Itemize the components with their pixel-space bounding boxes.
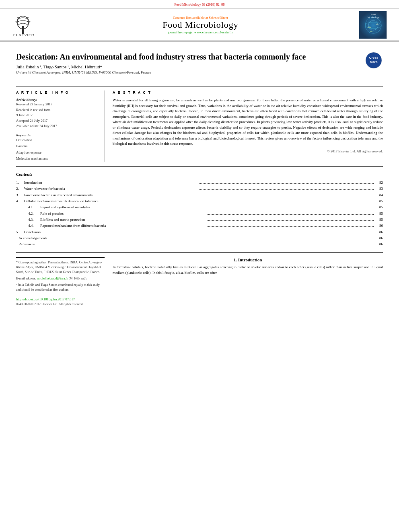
intro-section-title: 1. Introduction (113, 257, 383, 262)
item-num: 4.1. (28, 204, 40, 210)
bottom-two-col: * Corresponding author. Present address:… (16, 257, 383, 306)
keywords-label: Keywords: (16, 133, 98, 137)
revised-date: 9 June 2017 (16, 113, 98, 118)
introduction-column: 1. Introduction In terrestrial habitats,… (113, 257, 383, 306)
item-page: 85 (375, 217, 383, 223)
svg-point-16 (370, 31, 372, 32)
keywords-section: Keywords: Desiccation Bacteria Adaptive … (16, 133, 98, 162)
svg-point-15 (376, 24, 378, 25)
item-page: 85 (375, 204, 383, 210)
keyword-1: Desiccation (16, 137, 98, 143)
item-text: Import and synthesis of osmolytes (40, 204, 206, 210)
item-page: 86 (375, 229, 383, 235)
item-num: 4.2. (28, 211, 40, 217)
item-text: Foodborne bacteria in desiccated environ… (24, 192, 198, 198)
section-divider-2 (16, 252, 383, 253)
section-divider-1 (16, 166, 383, 167)
page: Food Microbiology 69 (2018) 82–88 (0, 0, 399, 532)
doi-section: http://dx.doi.org/10.1016/j.fm.2017.07.0… (16, 297, 105, 306)
list-item: Acknowledgements 86 (16, 235, 383, 241)
authors-line: Julia Esbelin ¹, Tiago Santos ¹, Michel … (16, 64, 306, 69)
issn-line: 0740-0020/© 2017 Elsevier Ltd. All right… (16, 302, 105, 306)
item-text: Reported mechanisms from different bacte… (40, 223, 206, 229)
journal-title-area: Contents lists available at ScienceDirec… (42, 16, 359, 34)
email-line: E-mail address: michel.hebraud@inra.fr (… (16, 276, 105, 281)
keyword-3: Adaptive response (16, 150, 98, 156)
crossmark-icon: Cross Mark (365, 51, 383, 70)
svg-point-4 (27, 17, 29, 18)
abstract-paragraph: Water is essential for all living organi… (113, 98, 383, 147)
item-dots (200, 196, 374, 196)
list-item: 5. Conclusion 86 (16, 229, 383, 235)
item-page: 82 (375, 180, 383, 186)
homepage-label: journal homepage: (168, 30, 194, 34)
svg-rect-0 (12, 13, 42, 35)
list-item: 4.3. Biofilms and matrix protection 85 (16, 217, 383, 223)
corresponding-author-note: * Corresponding author. Present address:… (16, 260, 105, 275)
accepted-date: Accepted 24 July 2017 (16, 118, 98, 124)
science-direct-link-text[interactable]: ScienceDirect (209, 16, 228, 20)
item-text: Role of proteins (40, 211, 206, 217)
introduction-text: In terrestrial habitats, bacteria habitu… (113, 265, 383, 275)
journal-citation: Food Microbiology 69 (2018) 82–88 (174, 2, 224, 6)
item-num: 1. (16, 180, 24, 186)
svg-point-14 (368, 27, 371, 28)
homepage-url[interactable]: www.elsevier.com/locate/fm (194, 30, 233, 34)
email-link[interactable]: michel.hebraud@inra.fr (37, 277, 68, 280)
item-page: 86 (375, 223, 383, 229)
item-page: 86 (375, 235, 383, 241)
footnote-1: ¹ Julia Esbelin and Tiago Santos contrib… (16, 283, 105, 292)
abstract-text: Water is essential for all living organi… (113, 98, 383, 147)
item-num: 4.3. (28, 217, 40, 223)
item-page: 85 (375, 211, 383, 217)
article-title: Desiccation: An environmental and food i… (16, 51, 306, 62)
article-history-label: Article history: (16, 98, 98, 102)
crossmark-area: Cross Mark (365, 51, 383, 70)
article-info-abstract-section: A R T I C L E I N F O Article history: R… (16, 86, 383, 162)
contents-list: 1. Introduction 82 2. Water relevance fo… (16, 180, 383, 247)
email-name: (M. Hébraud). (69, 277, 87, 280)
article-title-block: Desiccation: An environmental and food i… (16, 51, 306, 78)
svg-rect-1 (22, 26, 24, 34)
svg-text:Microbiology: Microbiology (368, 16, 379, 18)
article-dates: Received 23 January 2017 Received in rev… (16, 102, 98, 129)
contents-section: Contents 1. Introduction 82 2. Water rel… (16, 172, 383, 247)
doi-link[interactable]: http://dx.doi.org/10.1016/j.fm.2017.07.0… (16, 297, 105, 301)
svg-text:Cross: Cross (369, 56, 378, 60)
email-label: E-mail address: (16, 277, 37, 280)
list-item: References 86 (16, 241, 383, 247)
svg-point-3 (17, 17, 19, 18)
item-dots (197, 239, 374, 239)
item-dots (208, 208, 374, 208)
item-text: Cellular mechanisms towards desiccation … (24, 198, 198, 204)
svg-point-6 (29, 21, 31, 23)
list-item: 4. Cellular mechanisms towards desiccati… (16, 198, 383, 204)
item-page: 83 (375, 186, 383, 192)
keyword-4: Molecular mechanisms (16, 156, 98, 162)
item-dots (208, 220, 374, 221)
item-dots (200, 202, 374, 202)
item-text: References (19, 241, 195, 247)
intro-title: Introduction (238, 257, 262, 262)
received-date: Received 23 January 2017 (16, 102, 98, 107)
item-num: 3. (16, 192, 24, 198)
intro-paragraph: In terrestrial habitats, bacteria habitu… (113, 265, 383, 275)
intro-num: 1. (234, 257, 237, 262)
item-text: Water relevance for bacteria (24, 186, 198, 192)
item-text: Introduction (24, 180, 198, 186)
item-dots (208, 214, 374, 215)
list-item: 2. Water relevance for bacteria 83 (16, 186, 383, 192)
copyright-text: © 2017 Elsevier Ltd. All rights reserved… (113, 149, 383, 153)
list-item: 4.1. Import and synthesis of osmolytes 8… (16, 204, 383, 210)
item-text: Conclusion (24, 229, 198, 235)
article-title-section: Desiccation: An environmental and food i… (16, 47, 383, 81)
keyword-2: Bacteria (16, 143, 98, 149)
item-text: Acknowledgements (19, 235, 195, 241)
svg-text:ELSEVIER: ELSEVIER (13, 33, 35, 37)
item-dots (200, 233, 374, 233)
journal-cover-image: Food Microbiology (359, 11, 387, 39)
article-info-column: A R T I C L E I N F O Article history: R… (16, 90, 105, 162)
contents-available-text: Contents lists available at (173, 16, 209, 20)
journal-header: ELSEVIER Contents lists available at Sci… (0, 8, 399, 41)
elsevier-logo-area: ELSEVIER (12, 13, 42, 37)
